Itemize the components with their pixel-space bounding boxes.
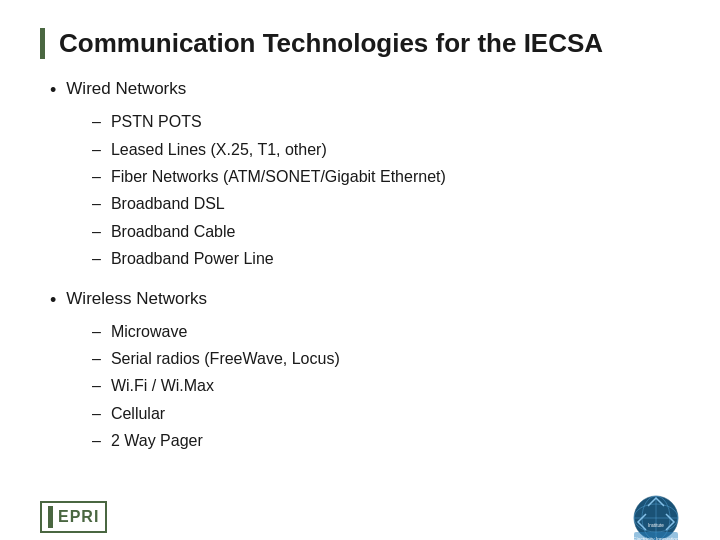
list-item: – Microwave xyxy=(92,321,680,343)
list-item: – Leased Lines (X.25, T1, other) xyxy=(92,139,680,161)
slide-title: Communication Technologies for the IECSA xyxy=(59,28,680,59)
wireless-networks-list: – Microwave – Serial radios (FreeWave, L… xyxy=(92,321,680,453)
wireless-networks-section: • Wireless Networks – Microwave – Serial… xyxy=(50,289,680,453)
list-item: – Broadband Cable xyxy=(92,221,680,243)
sub-item-text: 2 Way Pager xyxy=(111,430,203,452)
wireless-networks-bullet: • Wireless Networks xyxy=(50,289,680,311)
epri-logo-bar xyxy=(48,506,53,528)
list-item: – Broadband Power Line xyxy=(92,248,680,270)
sub-item-text: Fiber Networks (ATM/SONET/Gigabit Ethern… xyxy=(111,166,446,188)
epri-logo-box: EPRI xyxy=(40,501,107,533)
epri-logo: EPRI xyxy=(40,501,107,533)
dash-icon: – xyxy=(92,111,101,133)
ei-logo: Electricity Innovation Institute xyxy=(618,484,680,540)
sub-item-text: Broadband Cable xyxy=(111,221,236,243)
dash-icon: – xyxy=(92,193,101,215)
sub-item-text: Microwave xyxy=(111,321,187,343)
dash-icon: – xyxy=(92,430,101,452)
title-bar: Communication Technologies for the IECSA xyxy=(40,28,680,59)
slide-content: • Wired Networks – PSTN POTS – Leased Li… xyxy=(0,79,720,452)
dash-icon: – xyxy=(92,139,101,161)
dash-icon: – xyxy=(92,166,101,188)
slide: Communication Technologies for the IECSA… xyxy=(0,28,720,540)
wired-networks-section: • Wired Networks – PSTN POTS – Leased Li… xyxy=(50,79,680,270)
sub-item-text: Broadband Power Line xyxy=(111,248,274,270)
bullet-dot-1: • xyxy=(50,80,56,101)
sub-item-text: Broadband DSL xyxy=(111,193,225,215)
dash-icon: – xyxy=(92,221,101,243)
sub-item-text: PSTN POTS xyxy=(111,111,202,133)
dash-icon: – xyxy=(92,321,101,343)
svg-text:Electricity Innovation: Electricity Innovation xyxy=(633,536,679,540)
sub-item-text: Leased Lines (X.25, T1, other) xyxy=(111,139,327,161)
epri-logo-text: EPRI xyxy=(58,508,99,526)
wired-networks-list: – PSTN POTS – Leased Lines (X.25, T1, ot… xyxy=(92,111,680,270)
list-item: – 2 Way Pager xyxy=(92,430,680,452)
wired-networks-label: Wired Networks xyxy=(66,79,186,99)
wireless-networks-label: Wireless Networks xyxy=(66,289,207,309)
svg-text:Institute: Institute xyxy=(648,523,664,528)
list-item: – Cellular xyxy=(92,403,680,425)
ei-logo-svg: Electricity Innovation Institute xyxy=(618,484,680,540)
slide-footer: EPRI Electricity Innovation Institute xyxy=(40,484,680,540)
list-item: – Serial radios (FreeWave, Locus) xyxy=(92,348,680,370)
bullet-dot-2: • xyxy=(50,290,56,311)
list-item: – Wi.Fi / Wi.Max xyxy=(92,375,680,397)
list-item: – Fiber Networks (ATM/SONET/Gigabit Ethe… xyxy=(92,166,680,188)
dash-icon: – xyxy=(92,248,101,270)
sub-item-text: Cellular xyxy=(111,403,165,425)
dash-icon: – xyxy=(92,375,101,397)
sub-item-text: Wi.Fi / Wi.Max xyxy=(111,375,214,397)
list-item: – Broadband DSL xyxy=(92,193,680,215)
sub-item-text: Serial radios (FreeWave, Locus) xyxy=(111,348,340,370)
list-item: – PSTN POTS xyxy=(92,111,680,133)
dash-icon: – xyxy=(92,403,101,425)
dash-icon: – xyxy=(92,348,101,370)
wired-networks-bullet: • Wired Networks xyxy=(50,79,680,101)
